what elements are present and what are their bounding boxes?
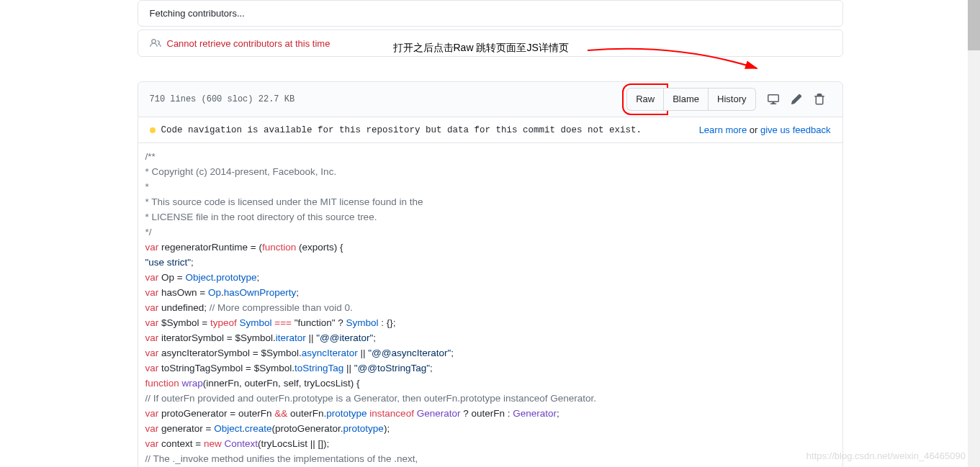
raw-button[interactable]: Raw bbox=[626, 88, 664, 111]
code-line: var protoGenerator = outerFn && outerFn.… bbox=[145, 406, 835, 421]
edit-icon-button[interactable] bbox=[785, 89, 808, 109]
error-text: Cannot retrieve contributors at this tim… bbox=[167, 38, 331, 49]
code-line: /** bbox=[145, 149, 835, 164]
scrollbar[interactable] bbox=[968, 0, 980, 467]
trash-icon bbox=[814, 94, 825, 105]
code-line: */ bbox=[145, 225, 835, 240]
code-nav-msg: Code navigation is available for this re… bbox=[161, 125, 642, 135]
code-line: var context = new Context(tryLocsList ||… bbox=[145, 436, 835, 451]
button-group: Raw Blame History bbox=[626, 88, 755, 111]
file-actions: Raw Blame History bbox=[626, 88, 830, 111]
feedback-link[interactable]: give us feedback bbox=[760, 124, 831, 135]
code-line: function wrap(innerFn, outerFn, self, tr… bbox=[145, 376, 835, 391]
pencil-icon bbox=[791, 94, 802, 105]
learn-more-link[interactable]: Learn more bbox=[699, 124, 747, 135]
history-button[interactable]: History bbox=[709, 88, 755, 111]
code-line: var $Symbol = typeof Symbol === "functio… bbox=[145, 315, 835, 330]
code-line: var asyncIteratorSymbol = $Symbol.asyncI… bbox=[145, 345, 835, 361]
delete-icon-button[interactable] bbox=[808, 89, 831, 109]
fetching-contributors-alert: Fetching contributors... bbox=[138, 0, 843, 27]
users-icon bbox=[150, 37, 161, 49]
status-dot-icon bbox=[150, 127, 156, 133]
code-line: * LICENSE file in the root directory of … bbox=[145, 209, 835, 225]
code-line: var hasOwn = Op.hasOwnProperty; bbox=[145, 285, 835, 300]
error-alert: Cannot retrieve contributors at this tim… bbox=[138, 30, 843, 57]
desktop-icon bbox=[768, 94, 779, 105]
code-line: "use strict"; bbox=[145, 255, 835, 270]
code-line: * bbox=[145, 179, 835, 194]
file-header: 710 lines (600 sloc) 22.7 KB Raw Blame H… bbox=[138, 81, 843, 117]
code-line: var undefined; // More compressible than… bbox=[145, 300, 835, 315]
scroll-thumb[interactable] bbox=[968, 0, 980, 50]
code-line: // The ._invoke method unifies the imple… bbox=[145, 451, 835, 466]
code-line: var generator = Object.create(protoGener… bbox=[145, 421, 835, 436]
code-line: var Op = Object.prototype; bbox=[145, 270, 835, 285]
code-content: /** * Copyright (c) 2014-present, Facebo… bbox=[138, 143, 843, 467]
code-line: * Copyright (c) 2014-present, Facebook, … bbox=[145, 164, 835, 179]
code-line: var iteratorSymbol = $Symbol.iterator ||… bbox=[145, 330, 835, 345]
code-nav-banner: Code navigation is available for this re… bbox=[138, 117, 843, 143]
desktop-icon-button[interactable] bbox=[762, 89, 785, 109]
code-line: * This source code is licensed under the… bbox=[145, 194, 835, 209]
or-text: or bbox=[747, 124, 760, 135]
code-line: var toStringTagSymbol = $Symbol.toString… bbox=[145, 361, 835, 376]
blame-button[interactable]: Blame bbox=[664, 88, 709, 111]
code-line: // If outerFn provided and outerFn.proto… bbox=[145, 391, 835, 406]
code-line: var regeneratorRuntime = (function (expo… bbox=[145, 240, 835, 255]
file-info: 710 lines (600 sloc) 22.7 KB bbox=[150, 94, 295, 104]
